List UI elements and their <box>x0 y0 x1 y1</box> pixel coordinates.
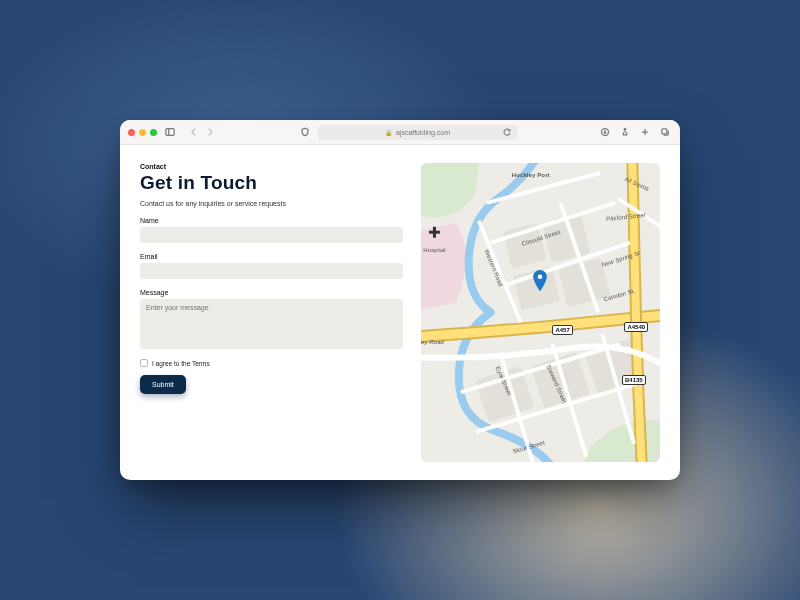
terms-label: I agree to the Terms <box>152 360 210 367</box>
fullscreen-window-button[interactable] <box>150 129 157 136</box>
location-map[interactable]: Hockley Port All Saints Pitsford Street … <box>421 163 660 462</box>
url-text: ajscaffolding.com <box>396 129 450 136</box>
address-bar[interactable]: 🔒 ajscaffolding.com <box>318 125 518 140</box>
email-input[interactable] <box>140 263 403 279</box>
close-window-button[interactable] <box>128 129 135 136</box>
svg-rect-0 <box>166 129 174 136</box>
browser-toolbar: 🔒 ajscaffolding.com <box>120 120 680 145</box>
terms-checkbox[interactable] <box>140 359 148 367</box>
downloads-icon[interactable] <box>598 125 612 139</box>
share-icon[interactable] <box>618 125 632 139</box>
page-title: Get in Touch <box>140 172 403 194</box>
contact-form-panel: Contact Get in Touch Contact us for any … <box>140 163 403 462</box>
svg-point-18 <box>538 274 543 279</box>
map-label-ew-road: ey Road <box>421 339 444 345</box>
minimize-window-button[interactable] <box>139 129 146 136</box>
privacy-shield-icon[interactable] <box>298 125 312 139</box>
page-subtitle: Contact us for any inquiries or service … <box>140 200 403 207</box>
name-label: Name <box>140 217 403 224</box>
svg-rect-7 <box>662 129 667 134</box>
back-button[interactable] <box>187 125 201 139</box>
map-pin-icon <box>532 270 548 292</box>
sidebar-toggle-icon[interactable] <box>163 125 177 139</box>
svg-rect-17 <box>429 231 440 234</box>
message-textarea[interactable] <box>140 299 403 349</box>
window-controls[interactable] <box>128 129 157 136</box>
map-canvas <box>421 163 660 462</box>
page-content: Contact Get in Touch Contact us for any … <box>120 145 680 480</box>
new-tab-icon[interactable] <box>638 125 652 139</box>
browser-window: 🔒 ajscaffolding.com Contact Get in Touch… <box>120 120 680 480</box>
forward-button[interactable] <box>203 125 217 139</box>
road-badge-a457: A457 <box>552 325 572 335</box>
map-label-hospital: Hospital <box>423 247 445 253</box>
tabs-overview-icon[interactable] <box>658 125 672 139</box>
lock-icon: 🔒 <box>385 129 392 136</box>
section-eyebrow: Contact <box>140 163 403 170</box>
reload-icon[interactable] <box>500 125 514 139</box>
email-label: Email <box>140 253 403 260</box>
road-badge-b4135: B4135 <box>622 375 646 385</box>
message-label: Message <box>140 289 403 296</box>
name-input[interactable] <box>140 227 403 243</box>
road-badge-a4540: A4540 <box>624 322 648 332</box>
terms-row[interactable]: I agree to the Terms <box>140 359 403 367</box>
map-label-hockley-port: Hockley Port <box>512 172 550 178</box>
submit-button[interactable]: Submit <box>140 375 186 394</box>
